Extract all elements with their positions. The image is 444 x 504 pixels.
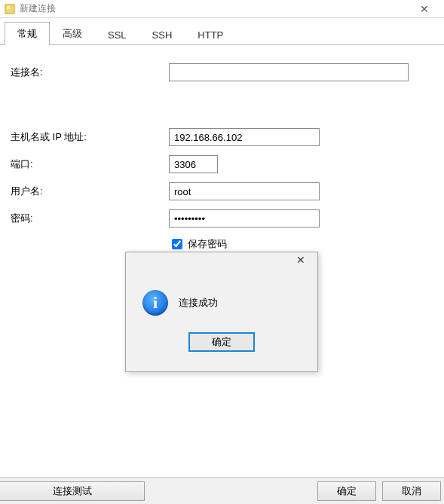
window-title: 新建连接 <box>20 2 409 15</box>
window-close-button[interactable]: ✕ <box>409 3 439 15</box>
connection-name-input[interactable] <box>169 63 409 81</box>
svg-rect-1 <box>7 6 10 9</box>
tab-ssh[interactable]: SSH <box>139 24 185 45</box>
message-box: ✕ i 连接成功 确定 <box>125 252 318 372</box>
host-input[interactable] <box>169 128 320 146</box>
message-box-titlebar: ✕ <box>126 252 317 273</box>
tab-label: SSH <box>152 29 173 41</box>
message-box-close-button[interactable]: ✕ <box>287 254 314 272</box>
save-password-checkbox[interactable] <box>172 239 182 249</box>
bottom-bar: 连接测试 确定 取消 <box>0 477 444 504</box>
message-text: 连接成功 <box>179 296 218 310</box>
info-icon: i <box>142 290 168 316</box>
password-label: 密码: <box>11 212 169 225</box>
tab-general[interactable]: 常规 <box>5 22 50 45</box>
app-icon <box>5 4 15 14</box>
row-host: 主机名或 IP 地址: <box>11 128 433 146</box>
row-connection-name: 连接名: <box>11 63 433 81</box>
cancel-button[interactable]: 取消 <box>382 481 441 501</box>
user-label: 用户名: <box>11 185 169 198</box>
tab-ssl[interactable]: SSL <box>95 24 139 45</box>
tab-label: HTTP <box>198 29 223 41</box>
button-label: 取消 <box>402 484 421 498</box>
tab-http[interactable]: HTTP <box>185 24 236 45</box>
message-box-button-row: 确定 <box>126 326 317 361</box>
tab-label: SSL <box>108 29 127 41</box>
ok-button[interactable]: 确定 <box>317 481 376 501</box>
port-label: 端口: <box>11 157 169 171</box>
row-port: 端口: <box>11 155 433 173</box>
tab-label: 高级 <box>63 28 82 39</box>
message-box-body: i 连接成功 <box>126 273 317 326</box>
row-save-password: 保存密码 <box>169 237 433 252</box>
user-input[interactable] <box>169 182 320 200</box>
button-label: 确定 <box>337 484 357 498</box>
button-label: 确定 <box>212 335 231 349</box>
tab-bar: 常规 高级 SSL SSH HTTP <box>0 18 444 45</box>
row-user: 用户名: <box>11 182 433 200</box>
button-label: 连接测试 <box>53 484 92 498</box>
tab-advanced[interactable]: 高级 <box>50 22 95 45</box>
password-input[interactable] <box>169 209 320 228</box>
host-label: 主机名或 IP 地址: <box>11 130 169 144</box>
form-panel: 连接名: 主机名或 IP 地址: 端口: 用户名: 密码: 保存密码 <box>0 45 444 259</box>
tab-label: 常规 <box>17 28 37 39</box>
connection-name-label: 连接名: <box>11 66 169 79</box>
title-bar: 新建连接 ✕ <box>0 0 444 18</box>
test-connection-button[interactable]: 连接测试 <box>0 481 145 501</box>
port-input[interactable] <box>169 155 218 173</box>
save-password-label: 保存密码 <box>188 237 227 251</box>
row-password: 密码: <box>11 209 433 228</box>
message-box-ok-button[interactable]: 确定 <box>188 332 255 352</box>
